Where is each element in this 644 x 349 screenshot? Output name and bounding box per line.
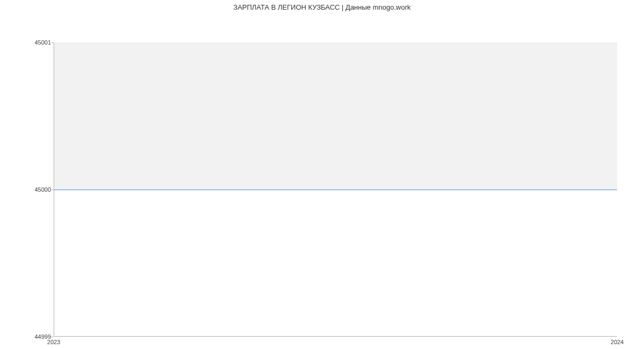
chart-container: 45001 45000 44999 2023 2024 xyxy=(0,16,644,348)
y-tick-label-top: 45001 xyxy=(19,39,51,46)
x-tick-label-right: 2024 xyxy=(611,339,624,345)
area-fill xyxy=(54,42,617,190)
y-tick-mark-top xyxy=(52,42,54,43)
y-tick-label-bot: 44999 xyxy=(19,333,51,340)
data-line xyxy=(54,190,617,190)
y-tick-mark-bot xyxy=(52,337,54,337)
y-tick-label-mid: 45000 xyxy=(19,186,51,193)
chart-title: ЗАРПЛАТА В ЛЕГИОН КУЗБАСС | Данные mnogo… xyxy=(0,0,644,16)
y-tick-mark-mid xyxy=(52,190,54,190)
plot-area xyxy=(54,42,617,337)
x-tick-label-left: 2023 xyxy=(47,339,60,345)
